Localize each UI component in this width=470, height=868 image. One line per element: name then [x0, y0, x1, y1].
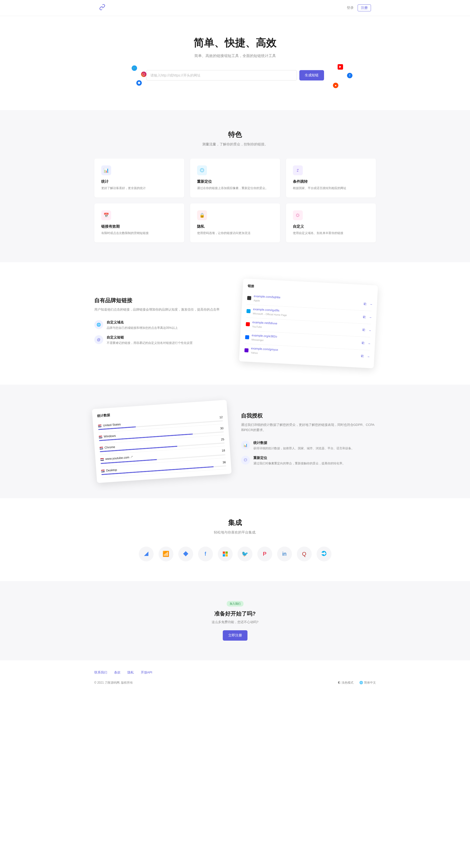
links-mock-card: 链接 example.com/bqh6eApple ⎘ ⋯ example.co… — [239, 278, 378, 368]
more-icon[interactable]: ⋯ — [370, 316, 372, 319]
mock-link-name: Microsoft – Official Home Page — [253, 312, 287, 317]
copy-icon[interactable]: ⎘ — [363, 302, 367, 306]
copy-icon[interactable]: ⎘ — [362, 329, 365, 332]
copy-icon[interactable]: ⎘ — [360, 355, 364, 359]
reddit-icon: ● — [333, 83, 339, 88]
redirect-icon: ⇄ — [293, 165, 303, 175]
stat-value: 25 — [221, 438, 224, 441]
more-icon[interactable]: ⋯ — [371, 303, 372, 306]
empower-section: 统计数据 United States12 Windows30 Chrome25 … — [0, 384, 470, 498]
youtube-icon: ▶ — [337, 64, 343, 70]
brand-favicon-icon — [245, 335, 249, 339]
stat-label: Chrome — [99, 445, 115, 450]
more-icon[interactable]: ⋯ — [368, 355, 369, 359]
chart-icon: 📊 — [241, 441, 250, 450]
more-icon[interactable]: ⋯ — [369, 329, 371, 332]
footer-link-contact[interactable]: 联系我们 — [94, 670, 107, 675]
globe-icon: 🌐 — [94, 320, 103, 329]
empower-desc: 通过我们详细的统计数据了解您的受众，更好地了解您的链接表现，同时也符合GDPR、… — [241, 423, 376, 433]
feat-title: 自定义域名 — [107, 320, 178, 324]
twitter-icon[interactable]: 🐦 — [238, 547, 253, 561]
quora-icon[interactable]: Q — [297, 547, 312, 561]
stat-value: 30 — [220, 427, 224, 430]
flag-icon — [100, 458, 104, 461]
target-icon: ◎ — [241, 456, 250, 465]
cta-badge: 加入我们 — [227, 601, 243, 607]
url-input[interactable] — [146, 70, 297, 81]
target-icon: ◎ — [197, 165, 207, 175]
google-ads-icon[interactable]: ◢ — [139, 547, 154, 561]
feature-desc: 根据国家、平台或语言跳转到相应的网址 — [293, 186, 369, 191]
copy-icon[interactable]: ⎘ — [363, 315, 366, 319]
google-analytics-icon[interactable]: 📶 — [158, 547, 173, 561]
microsoft-icon[interactable] — [218, 547, 233, 561]
footer-link-privacy[interactable]: 隐私 — [127, 670, 134, 675]
feature-desc: 通过在你的链接上添加跟踪像素，重新定位你的受众。 — [197, 186, 273, 191]
features-title: 特色 — [94, 130, 376, 139]
svg-rect-2 — [223, 554, 225, 556]
feature-title: 条件跳转 — [293, 179, 369, 184]
feature-card-privacy: 🔒 隐私 使用密码选项，让你的链接访问更加灵活 — [190, 204, 280, 242]
adroll-icon[interactable]: ➲ — [317, 547, 331, 561]
feature-desc: 使用自定义域名、别名来丰富你的链接 — [293, 231, 369, 236]
dropbox-icon: ◆ — [136, 80, 142, 86]
navbar: 登录 注册 — [0, 0, 470, 16]
shorten-button[interactable]: 生成短链 — [299, 70, 324, 81]
feature-title: 自定义 — [293, 224, 369, 229]
twitter-icon: 🐦 — [131, 65, 137, 71]
flag-icon — [98, 436, 102, 438]
cta-section: 加入我们 准备好开始了吗? 这么多免费功能，您还不心动吗? 立即注册 — [0, 581, 470, 660]
svg-rect-3 — [226, 554, 228, 556]
feature-title: 统计 — [101, 179, 177, 184]
stat-value: 36 — [222, 460, 226, 464]
feature-title: 隐私 — [197, 224, 273, 229]
footer-link-terms[interactable]: 条款 — [114, 670, 120, 675]
cta-register-button[interactable]: 立即注册 — [223, 630, 247, 641]
lock-icon: 🔒 — [197, 210, 207, 220]
stats-mock-card: 统计数据 United States12 Windows30 Chrome25 … — [92, 400, 232, 483]
feat-desc: 获得详细的统计数据，如推荐人、国家、城市、浏览器、平台、语言和设备。 — [254, 446, 354, 451]
feat-title: 自定义短链 — [107, 335, 193, 340]
flag-icon — [99, 447, 103, 450]
integrations-title: 集成 — [94, 518, 376, 527]
features-subtitle: 测量流量，了解你的受众，控制你的链接。 — [94, 142, 376, 147]
mock-link-url: example.com/bqh6e — [254, 294, 360, 303]
gear-icon: ⚙ — [293, 210, 303, 220]
feat-desc: 不需要难记的链接，用容易记的自定义别名对链接进行个性化设置 — [107, 341, 193, 345]
brand-title: 自有品牌短链接 — [94, 297, 229, 304]
brand-favicon-icon — [246, 322, 250, 327]
logo[interactable] — [99, 4, 105, 11]
cta-desc: 这么多免费功能，您还不心动吗? — [94, 620, 376, 624]
integrations-subtitle: 轻松地与你喜欢的平台集成. — [94, 530, 376, 535]
more-icon[interactable]: ⋯ — [368, 342, 370, 345]
copyright: © 2021 刀客源码网. 版权所有 — [94, 681, 133, 685]
feature-card-stats: 📊 统计 更好了解访客喜好，更全面的统计 — [94, 158, 184, 197]
stat-label: United States — [98, 423, 121, 428]
facebook-icon: f — [347, 73, 352, 78]
theme-toggle[interactable]: ◐ 浅色模式 — [338, 681, 353, 685]
hero-section: 简单、快捷、高效 简单、高效的链接缩短工具，全面的短链统计工具 生成短链 🐦 ◎… — [0, 16, 470, 110]
feature-card-redirect: ⇄ 条件跳转 根据国家、平台或语言跳转到相应的网址 — [286, 158, 376, 197]
feature-desc: 更好了解访客喜好，更全面的统计 — [101, 186, 177, 191]
flag-icon — [101, 470, 105, 472]
feat-title: 重新定位 — [254, 456, 345, 460]
hero-title: 简单、快捷、高效 — [5, 36, 465, 50]
facebook-icon[interactable]: f — [198, 547, 213, 561]
feat-desc: 品牌与您自己的域链接和增加您的点击率高达35%以上 — [107, 326, 178, 330]
register-button[interactable]: 注册 — [358, 4, 371, 11]
feature-card-retarget: ◎ 重新定位 通过在你的链接上添加跟踪像素，重新定位你的受众。 — [190, 158, 280, 197]
footer-link-api[interactable]: 开放API — [141, 670, 152, 675]
brand-favicon-icon — [247, 296, 251, 300]
hero-subtitle: 简单、高效的链接缩短工具，全面的短链统计工具 — [5, 54, 465, 58]
linkedin-icon[interactable]: in — [277, 547, 292, 561]
login-link[interactable]: 登录 — [347, 6, 354, 10]
pinterest-icon[interactable]: P — [257, 547, 272, 561]
copy-icon[interactable]: ⎘ — [361, 342, 364, 345]
footer: 联系我们 条款 隐私 开放API © 2021 刀客源码网. 版权所有 ◐ 浅色… — [0, 660, 470, 695]
instagram-icon: ◎ — [141, 71, 146, 77]
language-toggle[interactable]: 🌐 简体中文 — [359, 681, 376, 685]
google-tag-icon[interactable]: ◆ — [178, 547, 193, 561]
feat-desc: 通过我们对像素重定向的整合，重新接触你的受众，提高你的转化率。 — [254, 461, 345, 466]
feature-card-expiry: 📅 链接有效期 有限时或点击次数限制的营销短链接 — [94, 204, 184, 242]
stat-label: Windows — [98, 434, 116, 439]
